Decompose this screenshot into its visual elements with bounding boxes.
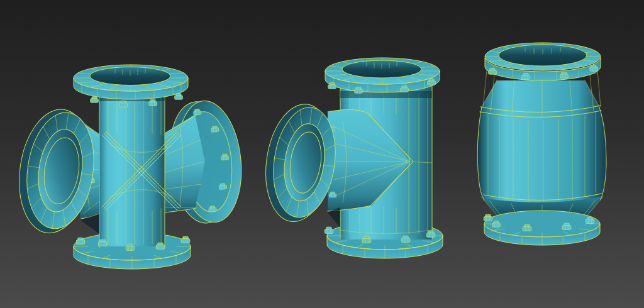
tank-bottom-flange [484,211,600,245]
viewport-3d[interactable] [0,0,644,308]
model-pipe-cross[interactable] [12,65,247,269]
tee-top-flange [325,58,440,93]
tank-body [477,70,606,221]
viewport-canvas [0,0,644,308]
model-pipe-tee[interactable] [258,58,443,258]
model-flanged-tank[interactable] [477,43,606,245]
tank-top-flange [485,43,601,80]
